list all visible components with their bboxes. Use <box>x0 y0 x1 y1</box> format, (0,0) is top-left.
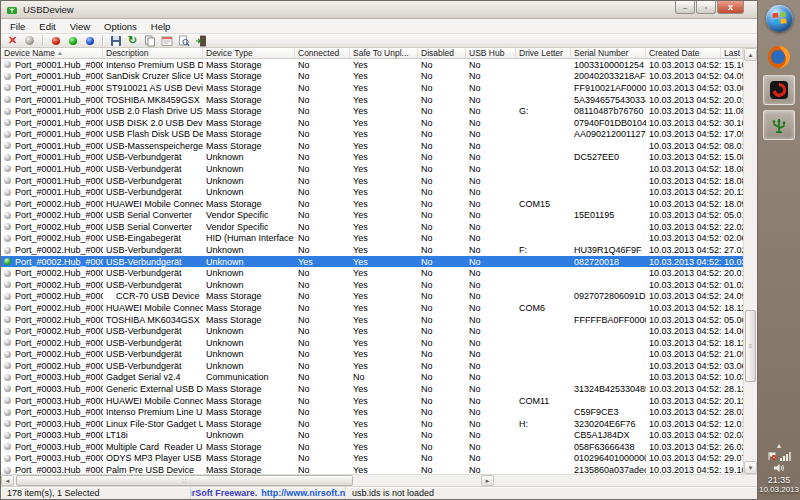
table-row[interactable]: Port_#0002.Hub_#0005USB Serial Converter… <box>1 221 743 233</box>
table-row[interactable]: Port_#0003.Hub_#0008Multiple Card Reader… <box>1 441 743 453</box>
column-header-disabled[interactable]: Disabled <box>418 48 466 58</box>
table-row[interactable]: Port_#0001.Hub_#0008USB DISK 2.0 USB Dev… <box>1 117 743 129</box>
cell-text: Port_#0001.Hub_#0008 <box>15 152 103 162</box>
table-row[interactable]: Port_#0003.Hub_#0008HUAWEI Mobile Connec… <box>1 395 743 407</box>
table-row[interactable]: Port_#0002.Hub_#0005USB Serial Converter… <box>1 210 743 222</box>
table-row[interactable]: Port_#0002.Hub_#0008 CCR-70 USB DeviceMa… <box>1 291 743 303</box>
table-row[interactable]: Port_#0001.Hub_#0008USB-Massenspeicherge… <box>1 140 743 152</box>
scroll-up-icon[interactable]: ▲ <box>744 48 757 61</box>
column-header-description[interactable]: Description <box>103 48 203 58</box>
horizontal-scrollbar[interactable]: ◄ ∷ ► <box>1 474 757 486</box>
horizontal-scroll-thumb[interactable]: ∷ <box>16 475 353 486</box>
table-row[interactable]: Port_#0001.Hub_#0008USB-VerbundgerätUnkn… <box>1 152 743 164</box>
save-button[interactable] <box>108 34 123 47</box>
table-row[interactable]: Port_#0002.Hub_#0005USB-VerbundgerätUnkn… <box>1 256 743 268</box>
menu-options[interactable]: Options <box>97 20 144 33</box>
find-button[interactable] <box>176 34 191 47</box>
table-row[interactable]: Port_#0003.Hub_#0008ODYS MP3 Player USB … <box>1 453 743 465</box>
cell-description: Intenso Premium USB Device <box>103 59 203 71</box>
column-header-connected[interactable]: Connected <box>295 48 350 58</box>
vertical-scroll-thumb[interactable]: ≡ <box>745 310 756 382</box>
cell-serial_number <box>571 221 646 233</box>
table-row[interactable]: Port_#0001.Hub_#0008TOSHIBA MK8459GSX US… <box>1 94 743 106</box>
menu-view[interactable]: View <box>63 20 97 33</box>
nirsoft-url-link[interactable]: http://www.nirsoft.net <box>261 488 346 498</box>
table-row[interactable]: Port_#0002.Hub_#0005HUAWEI Mobile Connec… <box>1 198 743 210</box>
close-button[interactable]: x <box>717 1 744 14</box>
scroll-left-icon[interactable]: ◄ <box>1 475 14 486</box>
minimize-button[interactable]: – <box>675 1 695 14</box>
network-icon[interactable] <box>780 451 792 461</box>
table-row[interactable]: Port_#0002.Hub_#0009USB-VerbundgerätUnkn… <box>1 348 743 360</box>
properties-icon <box>161 35 173 47</box>
titlebar[interactable]: USBDeview – ▫ x <box>1 1 757 19</box>
table-row[interactable]: Port_#0002.Hub_#0008HUAWEI Mobile Connec… <box>1 302 743 314</box>
column-header-device_name[interactable]: Device Name▲ <box>1 48 103 58</box>
table-row[interactable]: Port_#0001.Hub_#0008USB-VerbundgerätUnkn… <box>1 175 743 187</box>
column-header-drive_letter[interactable]: Drive Letter <box>516 48 571 58</box>
maximize-button[interactable]: ▫ <box>696 1 716 14</box>
table-row[interactable]: Port_#0002.Hub_#0009USB-VerbundgerätUnkn… <box>1 360 743 372</box>
column-header-created_date[interactable]: Created Date <box>646 48 721 58</box>
cell-text: Yes <box>298 257 313 267</box>
vertical-scrollbar[interactable]: ▲ ≡ ▼ <box>743 48 757 474</box>
taskbar-item-red-app[interactable] <box>763 75 795 105</box>
table-row[interactable]: Port_#0002.Hub_#0005USB-VerbundgerätUnkn… <box>1 244 743 256</box>
enable-device-button[interactable] <box>65 34 80 47</box>
table-row[interactable]: Port_#0002.Hub_#0005USB-EingabegerätHID … <box>1 233 743 245</box>
scroll-down-icon[interactable]: ▼ <box>744 461 757 474</box>
table-row[interactable]: Port_#0001.Hub_#0008USB-VerbundgerätUnkn… <box>1 186 743 198</box>
taskbar-item-firefox[interactable] <box>766 44 792 70</box>
column-header-label: Drive Letter <box>519 48 563 58</box>
table-row[interactable]: Port_#0002.Hub_#0008USB-VerbundgerätUnkn… <box>1 325 743 337</box>
cell-text: USB-Verbundgerät <box>106 349 182 359</box>
cell-text: Mass Storage <box>206 106 262 116</box>
cell-usb_hub: No <box>466 314 516 326</box>
column-header-serial_number[interactable]: Serial Number <box>571 48 646 58</box>
table-row[interactable]: Port_#0002.Hub_#0008TOSHIBA MK6034GSX US… <box>1 314 743 326</box>
table-row[interactable]: Port_#0001.Hub_#0008USB-VerbundgerätUnkn… <box>1 163 743 175</box>
menu-edit[interactable]: Edit <box>32 20 62 33</box>
table-row[interactable]: Port_#0002.Hub_#0005USB-VerbundgerätUnkn… <box>1 267 743 279</box>
table-row[interactable]: Port_#0003.Hub_#0008Linux File-Stor Gadg… <box>1 418 743 430</box>
show-hidden-icons-icon[interactable]: ▲ <box>758 442 800 449</box>
table-row[interactable]: Port_#0002.Hub_#0005USB-VerbundgerätUnkn… <box>1 279 743 291</box>
toggle-device-button[interactable] <box>82 34 97 47</box>
exit-button[interactable] <box>193 34 208 47</box>
cell-last_plug: 20.01.2 <box>721 267 743 279</box>
disconnect-device-button[interactable] <box>22 34 37 47</box>
menu-help[interactable]: Help <box>144 20 178 33</box>
uninstall-device-button[interactable]: ✕ <box>5 34 20 47</box>
table-row[interactable]: Port_#0001.Hub_#0008USB Flash Disk USB D… <box>1 128 743 140</box>
cell-text: Yes <box>353 129 368 139</box>
column-header-safe_to_unplug[interactable]: Safe To Unpl... <box>350 48 418 58</box>
table-row[interactable]: Port_#0001.Hub_#0008Intenso Premium USB … <box>1 59 743 71</box>
table-row[interactable]: Port_#0003.Hub_#0008Gadget Serial v2.4Co… <box>1 372 743 384</box>
disable-device-button[interactable] <box>48 34 63 47</box>
table-row[interactable]: Port_#0003.Hub_#0008Generic External USB… <box>1 383 743 395</box>
table-row[interactable]: Port_#0002.Hub_#0008USB-VerbundgerätUnkn… <box>1 337 743 349</box>
menu-file[interactable]: File <box>3 20 32 33</box>
cell-text: No <box>298 372 310 382</box>
start-button[interactable] <box>766 5 793 32</box>
table-row[interactable]: Port_#0001.Hub_#0008ST910021 AS USB Devi… <box>1 82 743 94</box>
column-header-device_type[interactable]: Device Type <box>203 48 295 58</box>
scroll-right-icon[interactable]: ► <box>481 475 494 486</box>
taskbar-item-usbdeview[interactable] <box>763 110 795 140</box>
column-header-last_plug[interactable]: Last Pl <box>721 48 743 58</box>
copy-button[interactable] <box>142 34 157 47</box>
properties-button[interactable] <box>159 34 174 47</box>
clock-date[interactable]: 10.03.2013 <box>758 485 800 494</box>
volume-icon[interactable] <box>774 463 785 473</box>
clock-time[interactable]: 21:35 <box>758 475 800 485</box>
refresh-button[interactable]: ↻ <box>125 34 140 47</box>
cell-last_plug: 05.06.2 <box>721 314 743 326</box>
table-row[interactable]: Port_#0001.Hub_#0008USB 2.0 Flash Drive … <box>1 105 743 117</box>
table-row[interactable]: Port_#0003.Hub_#0008Intenso Premium Line… <box>1 406 743 418</box>
table-row[interactable]: Port_#0001.Hub_#0008SanDisk Cruzer Slice… <box>1 71 743 83</box>
table-row[interactable]: Port_#0003.Hub_#0008LT18iUnknownNoYesNoN… <box>1 430 743 442</box>
column-header-usb_hub[interactable]: USB Hub <box>466 48 516 58</box>
cell-text: 30.10.2 <box>724 118 743 128</box>
action-center-icon[interactable] <box>767 451 777 461</box>
table-row[interactable]: Port_#0003.Hub_#0008Palm Pre USB DeviceM… <box>1 464 743 474</box>
